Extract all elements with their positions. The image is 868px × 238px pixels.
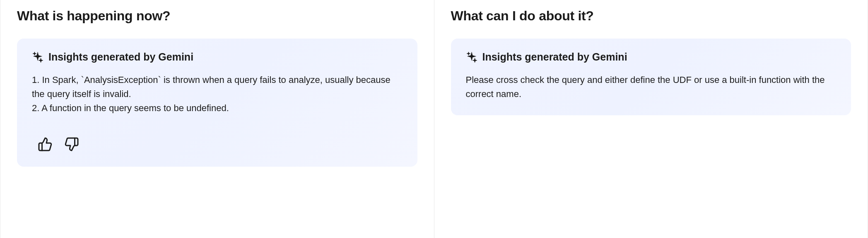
panel-what-to-do: What can I do about it? Insights generat… [434,0,868,238]
sparkle-icon [466,51,477,63]
insight-body-happening: 1. In Spark, `AnalysisException` is thro… [32,73,403,115]
insight-line-1: 1. In Spark, `AnalysisException` is thro… [32,73,403,101]
insight-card-action: Insights generated by Gemini Please cros… [451,39,851,115]
panel-happening-now: What is happening now? Insights generate… [0,0,434,238]
insight-text: Please cross check the query and either … [466,73,837,101]
feedback-row [32,136,403,153]
insight-header: Insights generated by Gemini [466,51,837,63]
panel-title-happening: What is happening now? [17,8,417,24]
insight-header: Insights generated by Gemini [32,51,403,63]
insight-card-happening: Insights generated by Gemini 1. In Spark… [17,39,417,167]
insights-container: What is happening now? Insights generate… [0,0,868,238]
insight-title: Insights generated by Gemini [482,51,627,63]
thumbs-up-icon[interactable] [37,136,53,153]
thumbs-down-icon[interactable] [63,136,80,153]
sparkle-icon [32,51,43,63]
insight-line-2: 2. A function in the query seems to be u… [32,101,403,115]
panel-title-action: What can I do about it? [451,8,851,24]
insight-title: Insights generated by Gemini [48,51,193,63]
insight-body-action: Please cross check the query and either … [466,73,837,101]
